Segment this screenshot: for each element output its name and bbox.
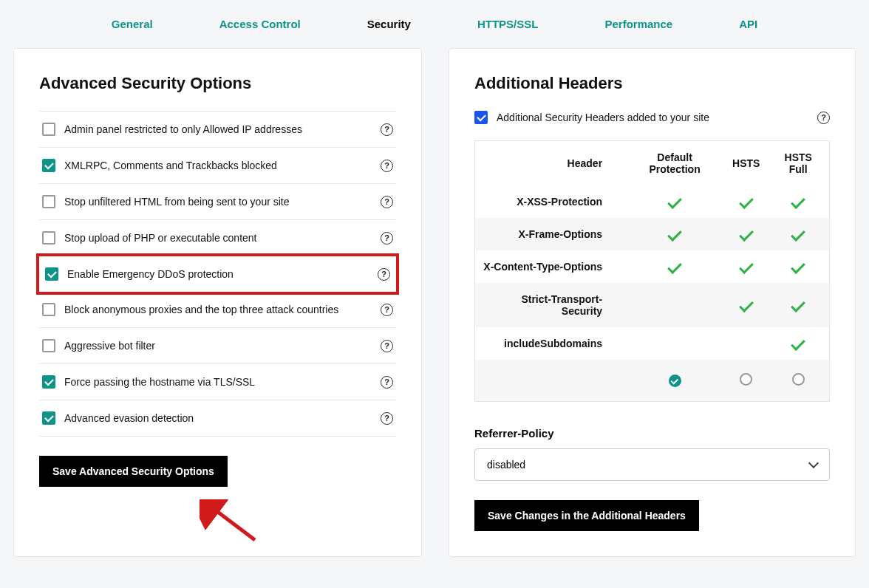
header-column: Header [475, 141, 625, 186]
header-name: Strict-Transport-Security [475, 283, 625, 327]
check-icon [791, 227, 805, 242]
referrer-policy-value: disabled [487, 459, 525, 471]
tab-access-control[interactable]: Access Control [219, 18, 301, 30]
help-icon[interactable]: ? [381, 160, 393, 172]
header-row: X-Content-Type-Options [475, 250, 830, 283]
header-cell [725, 250, 767, 283]
option-checkbox[interactable] [42, 123, 55, 136]
header-cell [725, 185, 767, 218]
header-cell [624, 185, 725, 218]
option-label: Advanced evasion detection [64, 412, 372, 424]
option-label: Enable Emergency DDoS protection [67, 268, 369, 280]
headers-table: HeaderDefault ProtectionHSTSHSTS Full X-… [474, 140, 830, 402]
check-icon [739, 227, 754, 242]
header-cell [624, 283, 725, 327]
header-cell [767, 283, 829, 327]
tabs-bar: GeneralAccess ControlSecurityHTTPS/SSLPe… [0, 0, 869, 48]
option-checkbox[interactable] [42, 231, 55, 245]
check-icon [791, 259, 805, 274]
option-checkbox[interactable] [42, 411, 55, 425]
option-row: Block anonymous proxies and the top thre… [39, 292, 396, 328]
option-label: Stop unfiltered HTML from being sent to … [64, 196, 372, 208]
header-cell [624, 250, 725, 283]
headers-enabled-label: Additional Security Headers added to you… [497, 112, 808, 123]
header-cell [725, 327, 767, 360]
header-select-row [475, 360, 830, 402]
header-column: HSTS [725, 141, 767, 186]
help-icon[interactable]: ? [381, 232, 393, 245]
header-row: X-Frame-Options [475, 218, 830, 250]
option-row: Admin panel restricted to only Allowed I… [39, 112, 396, 148]
option-label: Force passing the hostname via TLS/SSL [64, 376, 372, 388]
option-label: Admin panel restricted to only Allowed I… [64, 123, 372, 135]
header-name: X-Frame-Options [475, 218, 625, 250]
help-icon[interactable]: ? [381, 196, 393, 208]
tab-security[interactable]: Security [367, 18, 411, 30]
save-headers-button[interactable]: Save Changes in the Additional Headers [474, 500, 699, 531]
help-icon[interactable]: ? [817, 112, 830, 124]
option-label: Block anonymous proxies and the top thre… [64, 304, 372, 315]
tab-performance[interactable]: Performance [604, 18, 672, 30]
tab-api[interactable]: API [739, 18, 757, 30]
option-row: Enable Emergency DDoS protection? [36, 253, 399, 295]
option-row: Stop upload of PHP or executable content… [39, 220, 396, 256]
option-row: Advanced evasion detection? [39, 400, 396, 437]
option-checkbox[interactable] [45, 267, 58, 281]
check-icon [791, 298, 805, 312]
option-checkbox[interactable] [42, 303, 55, 316]
save-advanced-button[interactable]: Save Advanced Security Options [39, 456, 228, 487]
help-icon[interactable]: ? [381, 123, 393, 136]
header-radio[interactable] [740, 373, 752, 386]
check-icon [667, 259, 682, 274]
advanced-title: Advanced Security Options [39, 74, 396, 93]
option-checkbox[interactable] [42, 159, 55, 172]
header-column: HSTS Full [767, 141, 829, 186]
help-icon[interactable]: ? [381, 304, 393, 316]
advanced-security-panel: Advanced Security Options Admin panel re… [13, 48, 422, 557]
header-name: includeSubdomains [475, 327, 625, 360]
check-icon [791, 336, 805, 351]
chevron-down-icon [808, 458, 819, 468]
tab-https-ssl[interactable]: HTTPS/SSL [477, 18, 539, 30]
option-row: Force passing the hostname via TLS/SSL? [39, 364, 396, 400]
check-icon [739, 194, 754, 209]
header-cell [725, 283, 767, 327]
referrer-policy-select[interactable]: disabled [474, 448, 830, 481]
header-cell [624, 218, 725, 250]
option-checkbox[interactable] [42, 375, 55, 389]
additional-headers-panel: Additional Headers Additional Security H… [449, 48, 856, 557]
headers-enabled-checkbox[interactable] [474, 111, 488, 124]
referrer-policy-label: Referrer-Policy [474, 427, 830, 440]
check-icon [667, 194, 682, 209]
header-cell [767, 327, 829, 360]
advanced-options-list: Admin panel restricted to only Allowed I… [39, 111, 396, 437]
header-cell [767, 250, 829, 283]
option-label: XMLRPC, Comments and Trackbacks blocked [64, 160, 372, 171]
check-icon [739, 259, 754, 274]
tab-general[interactable]: General [112, 18, 153, 30]
help-icon[interactable]: ? [381, 412, 393, 425]
header-cell [624, 327, 725, 360]
option-label: Aggressive bot filter [64, 340, 372, 352]
header-row: Strict-Transport-Security [475, 283, 830, 327]
help-icon[interactable]: ? [381, 376, 393, 389]
header-row: includeSubdomains [475, 327, 830, 360]
header-cell [767, 218, 829, 250]
header-radio[interactable] [669, 375, 681, 387]
check-icon [667, 227, 682, 242]
header-row: X-XSS-Protection [475, 185, 830, 218]
header-column: Default Protection [624, 141, 725, 186]
header-radio[interactable] [792, 373, 805, 386]
help-icon[interactable]: ? [381, 340, 393, 352]
headers-title: Additional Headers [474, 74, 830, 93]
help-icon[interactable]: ? [378, 268, 390, 281]
option-checkbox[interactable] [42, 195, 55, 208]
option-row: XMLRPC, Comments and Trackbacks blocked? [39, 148, 396, 184]
header-cell [767, 185, 829, 218]
header-name: X-XSS-Protection [475, 185, 625, 218]
option-label: Stop upload of PHP or executable content [64, 232, 372, 244]
header-cell [725, 218, 767, 250]
option-checkbox[interactable] [42, 339, 55, 352]
option-row: Stop unfiltered HTML from being sent to … [39, 184, 396, 220]
option-row: Aggressive bot filter? [39, 328, 396, 364]
